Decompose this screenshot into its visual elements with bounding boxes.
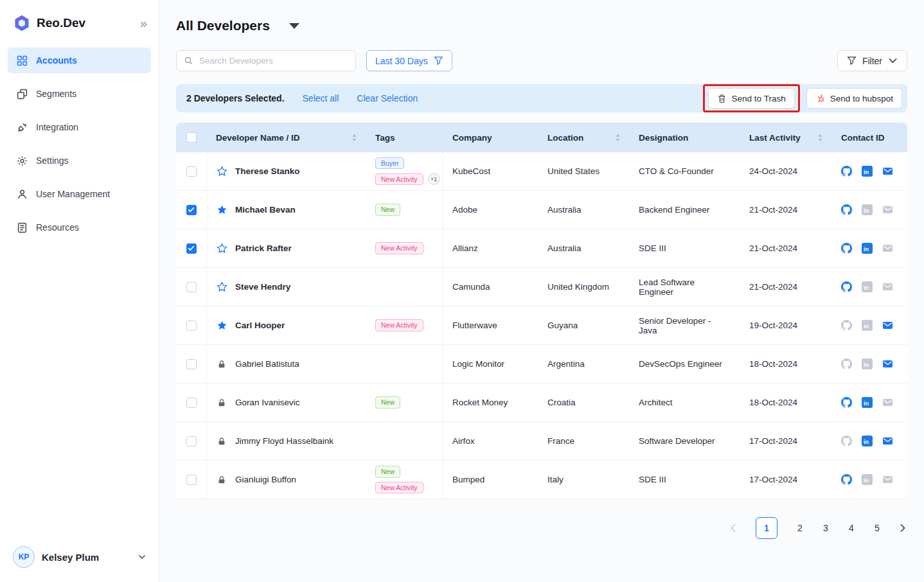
last-activity: 21-Oct-2024 [749,243,797,253]
mail-icon[interactable] [882,358,893,369]
brand-name: Reo.Dev [37,16,85,30]
checkbox-cell [176,345,207,383]
github-icon[interactable] [841,204,852,215]
row-checkbox[interactable] [186,475,197,485]
tag-buyer: Buyer [375,157,404,170]
svg-text:in: in [864,285,869,291]
lock-icon [216,475,227,484]
extra-tags-badge[interactable]: +1 [428,173,440,185]
resources-icon [17,222,28,233]
github-icon[interactable] [841,474,852,485]
last-activity-cell: 21-Oct-2024 [740,229,832,267]
name-cell: Gianluigi Buffon [207,461,366,498]
page-1[interactable]: 1 [756,517,777,539]
page-3[interactable]: 3 [822,523,829,533]
accounts-grid-icon [17,55,28,66]
location-cell: Guyana [538,306,630,344]
star-outline-icon[interactable] [216,243,227,254]
designation: SDE III [639,243,666,253]
github-icon[interactable] [841,397,852,408]
send-to-hubspot-button[interactable]: Send to hubspot [806,88,902,109]
mail-icon [882,474,893,485]
avatar: KP [13,546,35,568]
row-checkbox[interactable] [186,166,197,177]
star-filled-icon[interactable] [216,320,227,331]
mail-icon[interactable] [882,166,893,177]
linkedin-icon[interactable]: in [862,166,873,177]
view-dropdown-icon[interactable] [289,23,299,29]
trash-icon [717,94,727,103]
row-checkbox[interactable] [186,398,197,408]
mail-icon[interactable] [882,320,893,331]
select-all-link[interactable]: Select all [303,93,339,103]
row-checkbox[interactable] [186,243,197,254]
row-checkbox[interactable] [186,205,197,215]
star-filled-icon[interactable] [216,204,227,215]
send-to-trash-button[interactable]: Send to Trash [708,88,795,109]
sidebar-item-accounts[interactable]: Accounts [8,48,151,73]
search-box[interactable] [176,50,356,71]
row-checkbox[interactable] [186,359,197,369]
sidebar-item-integration[interactable]: Integration [8,114,151,140]
last-activity-cell: 17-Oct-2024 [740,422,832,460]
designation-cell: Lead Software Engineer [630,268,740,306]
location-cell: France [538,422,630,460]
clear-selection-link[interactable]: Clear Selection [357,93,418,103]
sidebar-item-resources[interactable]: Resources [8,215,151,240]
last-activity: 18-Oct-2024 [749,398,797,407]
developers-table: Developer Name / IDTagsCompanyLocationDe… [176,123,907,499]
linkedin-icon[interactable]: in [862,436,873,446]
sort-icon[interactable] [817,134,823,142]
sidebar-item-settings[interactable]: Settings [8,148,151,173]
table-body: Therese StankoBuyerNew Activity+1KubeCos… [176,152,907,499]
svg-text:in: in [864,323,869,330]
sidebar-item-label: Integration [36,122,78,132]
location-cell: Italy [538,461,630,498]
sidebar-user[interactable]: KP Kelsey Plum [0,534,159,582]
select-all-checkbox[interactable] [186,132,197,143]
toolbar: Last 30 Days Filter [176,50,907,71]
row-checkbox[interactable] [186,282,197,292]
row-checkbox[interactable] [186,436,197,446]
mail-icon[interactable] [882,436,893,446]
page-5[interactable]: 5 [874,523,880,533]
tag-line: New Activity [375,242,423,254]
sort-icon[interactable] [615,134,621,142]
github-icon[interactable] [841,281,852,292]
linkedin-icon[interactable]: in [862,397,873,408]
github-icon[interactable] [841,166,852,177]
github-icon[interactable] [841,243,852,254]
row-checkbox[interactable] [186,321,197,331]
previous-page-icon[interactable] [730,524,736,533]
date-range-filter[interactable]: Last 30 Days [366,50,452,71]
linkedin-icon: in [862,204,873,215]
linkedin-icon: in [862,281,873,292]
linkedin-icon[interactable]: in [862,243,873,254]
sort-icon[interactable] [351,134,357,142]
developer-name: Goran Ivanisevic [235,398,300,407]
page-2[interactable]: 2 [797,523,803,533]
collapse-sidebar-icon[interactable]: » [140,17,147,30]
location-cell: Croatia [538,384,630,421]
star-outline-icon[interactable] [216,281,227,292]
column-header-location: Location [538,123,630,152]
page-4[interactable]: 4 [848,523,855,533]
filter-button[interactable]: Filter [837,50,907,71]
search-input[interactable] [199,56,348,66]
user-name: Kelsey Plum [42,552,131,563]
linkedin-icon: in [862,474,873,485]
tag-line: New [375,204,400,216]
star-outline-icon[interactable] [216,166,227,177]
svg-text:in: in [864,439,869,445]
sidebar-item-user-management[interactable]: User Management [8,181,151,207]
mail-icon [882,204,893,215]
designation-cell: DevSecOps Engineer [630,345,740,383]
contact-cell: in [832,384,907,421]
chevron-down-icon[interactable] [138,554,146,560]
company-cell: Bumped [443,461,538,498]
sidebar-item-segments[interactable]: Segments [8,81,151,107]
location: France [547,436,574,446]
svg-text:in: in [864,207,869,214]
tag-activity: New Activity [375,173,423,186]
next-page-icon[interactable] [900,524,906,533]
